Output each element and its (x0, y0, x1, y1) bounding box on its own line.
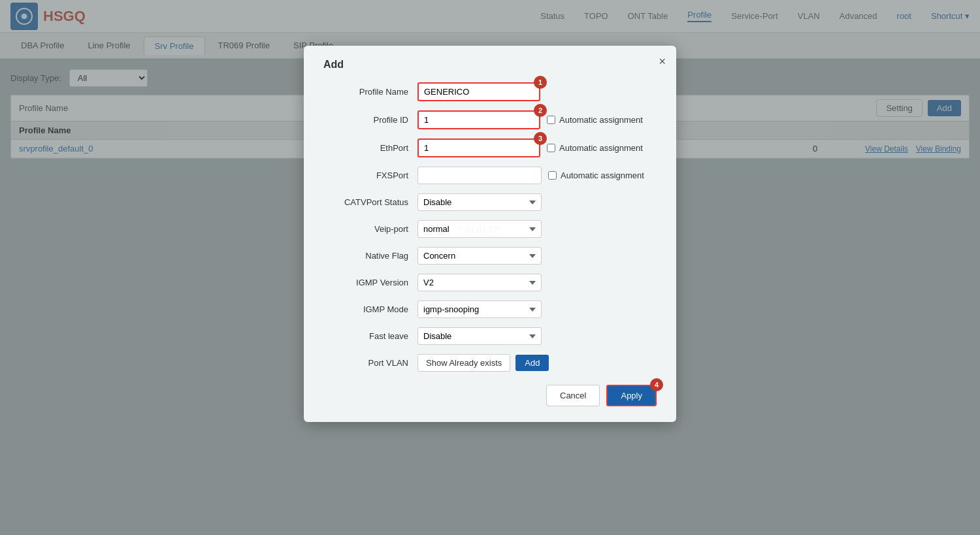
fxs-port-auto-checkbox[interactable] (548, 171, 557, 180)
profile-name-input[interactable] (417, 82, 540, 101)
eth-port-label: EthPort (323, 143, 408, 153)
eth-port-auto-checkbox[interactable] (547, 144, 555, 152)
eth-port-auto-text: Automatic assignment (559, 143, 643, 153)
profile-name-row: Profile Name 1 (323, 82, 657, 101)
eth-port-row: EthPort 3 Automatic assignment (323, 138, 657, 157)
igmp-version-row: IGMP Version V2 V3 (323, 274, 657, 291)
profile-name-input-wrapper: 1 (417, 82, 540, 101)
apply-button[interactable]: Apply (606, 385, 657, 406)
profile-id-label: Profile ID (323, 115, 408, 125)
port-vlan-row: Port VLAN Show Already exists Add (323, 354, 657, 372)
catv-port-label: CATVPort Status (323, 197, 408, 207)
profile-id-auto-label[interactable]: Automatic assignment (547, 115, 643, 125)
igmp-mode-select[interactable]: igmp-snooping igmp-proxy (417, 300, 542, 318)
eth-port-input-wrapper: 3 (417, 138, 540, 157)
igmp-version-select[interactable]: V2 V3 (417, 274, 542, 291)
profile-id-auto-text: Automatic assignment (559, 115, 643, 125)
profile-id-input[interactable] (417, 110, 540, 129)
profile-id-input-wrapper: 2 (417, 110, 540, 129)
catv-port-select[interactable]: Disable Enable (417, 193, 542, 211)
veip-port-label: Veip-port (323, 224, 408, 234)
fxs-port-auto-label[interactable]: Automatic assignment (548, 170, 644, 180)
modal-footer: Cancel Apply 4 (323, 385, 657, 406)
catv-port-row: CATVPort Status Disable Enable (323, 193, 657, 211)
badge-4: 4 (650, 378, 663, 391)
veip-port-select[interactable]: normal advanced (417, 220, 542, 238)
modal-close-button[interactable]: × (659, 55, 666, 69)
badge-2: 2 (534, 104, 547, 117)
port-vlan-add-button[interactable]: Add (515, 355, 549, 371)
fast-leave-select[interactable]: Disable Enable (417, 327, 542, 345)
fxs-port-label: FXSPort (323, 170, 408, 180)
port-vlan-label: Port VLAN (323, 358, 408, 368)
modal-overlay: Add × Profile Name 1 Profile ID 2 Automa… (0, 0, 980, 535)
badge-3: 3 (534, 132, 547, 145)
igmp-mode-row: IGMP Mode igmp-snooping igmp-proxy (323, 300, 657, 318)
fxs-port-input[interactable] (417, 167, 542, 184)
veip-port-row: Veip-port normal advanced ForoISP (323, 220, 657, 238)
profile-id-row: Profile ID 2 Automatic assignment (323, 110, 657, 129)
native-flag-select[interactable]: Concern None (417, 247, 542, 265)
igmp-mode-label: IGMP Mode (323, 304, 408, 314)
show-already-exists-button[interactable]: Show Already exists (417, 354, 510, 372)
eth-port-auto-label[interactable]: Automatic assignment (547, 143, 643, 153)
modal-title: Add (323, 59, 657, 71)
cancel-button[interactable]: Cancel (546, 385, 600, 406)
profile-name-label: Profile Name (323, 87, 408, 97)
apply-button-wrapper: Apply 4 (606, 385, 657, 406)
eth-port-input[interactable] (417, 138, 540, 157)
igmp-version-label: IGMP Version (323, 278, 408, 287)
fxs-port-auto-text: Automatic assignment (561, 170, 644, 180)
native-flag-label: Native Flag (323, 251, 408, 261)
badge-1: 1 (534, 76, 547, 89)
profile-id-auto-checkbox[interactable] (547, 116, 555, 124)
native-flag-row: Native Flag Concern None (323, 247, 657, 265)
add-modal: Add × Profile Name 1 Profile ID 2 Automa… (304, 46, 676, 422)
fast-leave-row: Fast leave Disable Enable (323, 327, 657, 345)
fxs-port-row: FXSPort Automatic assignment (323, 167, 657, 184)
fast-leave-label: Fast leave (323, 331, 408, 341)
